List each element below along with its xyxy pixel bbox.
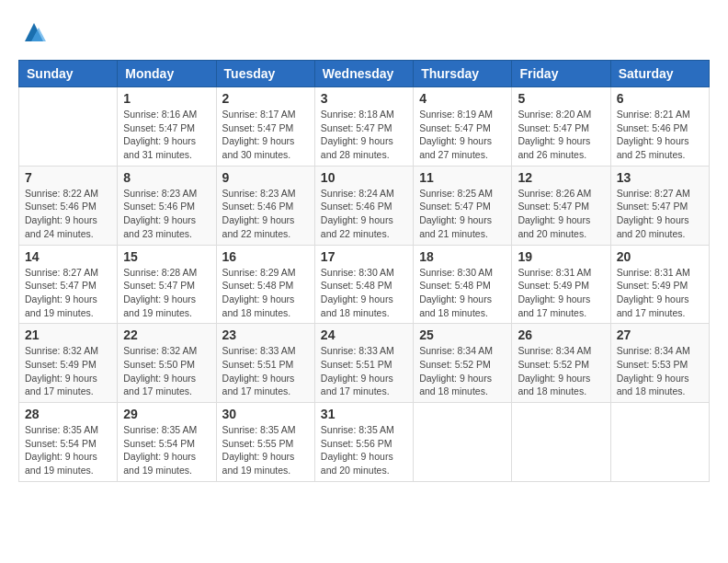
table-row <box>610 403 709 482</box>
table-row <box>512 403 610 482</box>
day-number: 12 <box>518 170 604 185</box>
day-info: Sunrise: 8:18 AMSunset: 5:47 PMDaylight:… <box>321 108 407 162</box>
table-row: 25Sunrise: 8:34 AMSunset: 5:52 PMDayligh… <box>414 324 512 403</box>
calendar-week-row: 14Sunrise: 8:27 AMSunset: 5:47 PMDayligh… <box>19 245 710 324</box>
day-number: 14 <box>25 249 111 264</box>
day-number: 24 <box>321 327 407 342</box>
header-friday: Friday <box>512 61 610 87</box>
day-number: 10 <box>321 170 407 185</box>
calendar-week-row: 7Sunrise: 8:22 AMSunset: 5:46 PMDaylight… <box>19 166 710 245</box>
table-row: 3Sunrise: 8:18 AMSunset: 5:47 PMDaylight… <box>314 87 413 167</box>
day-info: Sunrise: 8:30 AMSunset: 5:48 PMDaylight:… <box>321 266 407 320</box>
day-number: 16 <box>222 249 309 264</box>
day-number: 29 <box>123 407 210 421</box>
day-info: Sunrise: 8:23 AMSunset: 5:46 PMDaylight:… <box>123 187 210 241</box>
day-info: Sunrise: 8:35 AMSunset: 5:54 PMDaylight:… <box>123 423 210 477</box>
table-row: 31Sunrise: 8:35 AMSunset: 5:56 PMDayligh… <box>314 403 413 482</box>
table-row: 2Sunrise: 8:17 AMSunset: 5:47 PMDaylight… <box>216 87 314 167</box>
day-number: 11 <box>419 170 506 185</box>
day-info: Sunrise: 8:31 AMSunset: 5:49 PMDaylight:… <box>518 266 604 320</box>
calendar-week-row: 28Sunrise: 8:35 AMSunset: 5:54 PMDayligh… <box>19 403 710 482</box>
table-row: 30Sunrise: 8:35 AMSunset: 5:55 PMDayligh… <box>216 403 314 482</box>
calendar-header-row: Sunday Monday Tuesday Wednesday Thursday… <box>19 61 710 87</box>
header-monday: Monday <box>118 61 216 87</box>
day-info: Sunrise: 8:20 AMSunset: 5:47 PMDaylight:… <box>518 108 604 162</box>
table-row: 19Sunrise: 8:31 AMSunset: 5:49 PMDayligh… <box>512 245 610 324</box>
table-row: 9Sunrise: 8:23 AMSunset: 5:46 PMDaylight… <box>216 166 314 245</box>
table-row: 13Sunrise: 8:27 AMSunset: 5:47 PMDayligh… <box>610 166 709 245</box>
table-row: 24Sunrise: 8:33 AMSunset: 5:51 PMDayligh… <box>314 324 413 403</box>
day-info: Sunrise: 8:30 AMSunset: 5:48 PMDaylight:… <box>419 266 506 320</box>
day-info: Sunrise: 8:34 AMSunset: 5:53 PMDaylight:… <box>617 344 703 398</box>
day-number: 1 <box>123 91 210 106</box>
day-number: 6 <box>617 91 703 106</box>
day-info: Sunrise: 8:28 AMSunset: 5:47 PMDaylight:… <box>123 266 210 320</box>
day-info: Sunrise: 8:33 AMSunset: 5:51 PMDaylight:… <box>222 344 309 398</box>
table-row: 8Sunrise: 8:23 AMSunset: 5:46 PMDaylight… <box>118 166 216 245</box>
day-info: Sunrise: 8:19 AMSunset: 5:47 PMDaylight:… <box>419 108 506 162</box>
day-number: 25 <box>419 327 506 342</box>
day-number: 22 <box>123 327 210 342</box>
day-number: 28 <box>25 407 111 421</box>
day-number: 8 <box>123 170 210 185</box>
day-number: 19 <box>518 249 604 264</box>
day-info: Sunrise: 8:22 AMSunset: 5:46 PMDaylight:… <box>25 187 111 241</box>
table-row: 4Sunrise: 8:19 AMSunset: 5:47 PMDaylight… <box>414 87 512 167</box>
day-number: 4 <box>419 91 506 106</box>
day-number: 7 <box>25 170 111 185</box>
table-row: 7Sunrise: 8:22 AMSunset: 5:46 PMDaylight… <box>19 166 118 245</box>
day-info: Sunrise: 8:33 AMSunset: 5:51 PMDaylight:… <box>321 344 407 398</box>
day-info: Sunrise: 8:25 AMSunset: 5:47 PMDaylight:… <box>419 187 506 241</box>
day-info: Sunrise: 8:26 AMSunset: 5:47 PMDaylight:… <box>518 187 604 241</box>
table-row: 6Sunrise: 8:21 AMSunset: 5:46 PMDaylight… <box>610 87 709 167</box>
day-number: 26 <box>518 327 604 342</box>
calendar-week-row: 1Sunrise: 8:16 AMSunset: 5:47 PMDaylight… <box>19 87 710 167</box>
logo <box>18 18 48 51</box>
header-saturday: Saturday <box>610 61 709 87</box>
day-number: 27 <box>617 327 703 342</box>
day-info: Sunrise: 8:32 AMSunset: 5:50 PMDaylight:… <box>123 344 210 398</box>
day-info: Sunrise: 8:17 AMSunset: 5:47 PMDaylight:… <box>222 108 309 162</box>
table-row: 15Sunrise: 8:28 AMSunset: 5:47 PMDayligh… <box>118 245 216 324</box>
day-number: 23 <box>222 327 309 342</box>
table-row <box>414 403 512 482</box>
day-info: Sunrise: 8:27 AMSunset: 5:47 PMDaylight:… <box>25 266 111 320</box>
table-row: 28Sunrise: 8:35 AMSunset: 5:54 PMDayligh… <box>19 403 118 482</box>
table-row: 11Sunrise: 8:25 AMSunset: 5:47 PMDayligh… <box>414 166 512 245</box>
day-info: Sunrise: 8:35 AMSunset: 5:56 PMDaylight:… <box>321 423 407 477</box>
table-row: 12Sunrise: 8:26 AMSunset: 5:47 PMDayligh… <box>512 166 610 245</box>
table-row: 14Sunrise: 8:27 AMSunset: 5:47 PMDayligh… <box>19 245 118 324</box>
table-row <box>19 87 118 167</box>
day-info: Sunrise: 8:24 AMSunset: 5:46 PMDaylight:… <box>321 187 407 241</box>
table-row: 18Sunrise: 8:30 AMSunset: 5:48 PMDayligh… <box>414 245 512 324</box>
table-row: 5Sunrise: 8:20 AMSunset: 5:47 PMDaylight… <box>512 87 610 167</box>
day-info: Sunrise: 8:21 AMSunset: 5:46 PMDaylight:… <box>617 108 703 162</box>
table-row: 23Sunrise: 8:33 AMSunset: 5:51 PMDayligh… <box>216 324 314 403</box>
day-number: 18 <box>419 249 506 264</box>
table-row: 10Sunrise: 8:24 AMSunset: 5:46 PMDayligh… <box>314 166 413 245</box>
day-number: 17 <box>321 249 407 264</box>
day-number: 9 <box>222 170 309 185</box>
day-number: 30 <box>222 407 309 421</box>
calendar-table: Sunday Monday Tuesday Wednesday Thursday… <box>18 60 710 482</box>
day-number: 15 <box>123 249 210 264</box>
day-info: Sunrise: 8:23 AMSunset: 5:46 PMDaylight:… <box>222 187 309 241</box>
day-info: Sunrise: 8:27 AMSunset: 5:47 PMDaylight:… <box>617 187 703 241</box>
header <box>18 18 710 51</box>
day-number: 5 <box>518 91 604 106</box>
calendar-week-row: 21Sunrise: 8:32 AMSunset: 5:49 PMDayligh… <box>19 324 710 403</box>
table-row: 27Sunrise: 8:34 AMSunset: 5:53 PMDayligh… <box>610 324 709 403</box>
day-number: 20 <box>617 249 703 264</box>
header-tuesday: Tuesday <box>216 61 314 87</box>
day-info: Sunrise: 8:16 AMSunset: 5:47 PMDaylight:… <box>123 108 210 162</box>
day-number: 3 <box>321 91 407 106</box>
header-thursday: Thursday <box>414 61 512 87</box>
day-info: Sunrise: 8:31 AMSunset: 5:49 PMDaylight:… <box>617 266 703 320</box>
day-info: Sunrise: 8:34 AMSunset: 5:52 PMDaylight:… <box>419 344 506 398</box>
day-info: Sunrise: 8:34 AMSunset: 5:52 PMDaylight:… <box>518 344 604 398</box>
day-number: 21 <box>25 327 111 342</box>
table-row: 22Sunrise: 8:32 AMSunset: 5:50 PMDayligh… <box>118 324 216 403</box>
day-number: 2 <box>222 91 309 106</box>
day-info: Sunrise: 8:32 AMSunset: 5:49 PMDaylight:… <box>25 344 111 398</box>
day-number: 31 <box>321 407 407 421</box>
